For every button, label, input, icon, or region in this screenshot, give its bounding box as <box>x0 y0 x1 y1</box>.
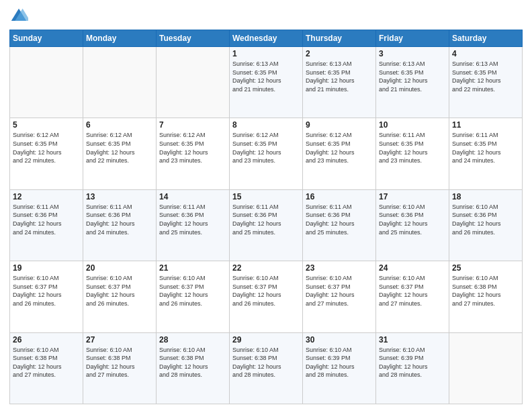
day-info: Sunrise: 6:12 AM Sunset: 6:35 PM Dayligh… <box>159 131 226 165</box>
calendar-cell: 17Sunrise: 6:10 AM Sunset: 6:36 PM Dayli… <box>376 189 449 261</box>
day-number: 29 <box>232 335 300 345</box>
day-info: Sunrise: 6:10 AM Sunset: 6:36 PM Dayligh… <box>379 203 446 236</box>
weekday-header-row: SundayMondayTuesdayWednesdayThursdayFrid… <box>10 30 523 47</box>
day-info: Sunrise: 6:10 AM Sunset: 6:37 PM Dayligh… <box>306 274 373 308</box>
day-number: 3 <box>379 49 446 58</box>
calendar-cell: 11Sunrise: 6:11 AM Sunset: 6:35 PM Dayli… <box>449 118 523 189</box>
calendar-cell: 14Sunrise: 6:11 AM Sunset: 6:36 PM Dayli… <box>157 189 230 261</box>
day-number: 19 <box>13 263 80 273</box>
calendar-cell: 15Sunrise: 6:11 AM Sunset: 6:36 PM Dayli… <box>230 189 303 261</box>
day-number: 30 <box>306 335 373 345</box>
day-info: Sunrise: 6:11 AM Sunset: 6:36 PM Dayligh… <box>13 203 80 236</box>
day-number: 10 <box>379 120 446 130</box>
day-info: Sunrise: 6:12 AM Sunset: 6:35 PM Dayligh… <box>86 131 153 165</box>
day-number: 5 <box>13 120 80 130</box>
logo-icon <box>9 7 28 26</box>
day-number: 9 <box>306 120 373 130</box>
calendar-cell: 29Sunrise: 6:10 AM Sunset: 6:38 PM Dayli… <box>230 332 303 404</box>
day-number: 15 <box>232 192 300 201</box>
calendar-cell: 8Sunrise: 6:12 AM Sunset: 6:35 PM Daylig… <box>230 118 303 189</box>
day-info: Sunrise: 6:11 AM Sunset: 6:36 PM Dayligh… <box>86 203 153 236</box>
calendar-cell: 26Sunrise: 6:10 AM Sunset: 6:38 PM Dayli… <box>10 332 83 404</box>
weekday-header-sunday: Sunday <box>10 30 83 47</box>
calendar-cell: 10Sunrise: 6:11 AM Sunset: 6:35 PM Dayli… <box>376 118 449 189</box>
day-info: Sunrise: 6:10 AM Sunset: 6:39 PM Dayligh… <box>306 346 373 379</box>
day-info: Sunrise: 6:10 AM Sunset: 6:39 PM Dayligh… <box>379 346 446 379</box>
day-info: Sunrise: 6:11 AM Sunset: 6:36 PM Dayligh… <box>306 203 373 236</box>
day-info: Sunrise: 6:10 AM Sunset: 6:38 PM Dayligh… <box>86 346 153 379</box>
calendar-cell: 6Sunrise: 6:12 AM Sunset: 6:35 PM Daylig… <box>83 118 157 189</box>
calendar-cell: 1Sunrise: 6:13 AM Sunset: 6:35 PM Daylig… <box>230 47 303 118</box>
day-number: 17 <box>379 192 446 201</box>
day-info: Sunrise: 6:10 AM Sunset: 6:37 PM Dayligh… <box>379 274 446 308</box>
week-row-1: 1Sunrise: 6:13 AM Sunset: 6:35 PM Daylig… <box>10 47 523 118</box>
day-number: 20 <box>86 263 153 273</box>
page: SundayMondayTuesdayWednesdayThursdayFrid… <box>0 0 532 411</box>
calendar-cell: 28Sunrise: 6:10 AM Sunset: 6:38 PM Dayli… <box>157 332 230 404</box>
day-info: Sunrise: 6:11 AM Sunset: 6:35 PM Dayligh… <box>452 131 519 165</box>
calendar-cell: 25Sunrise: 6:10 AM Sunset: 6:38 PM Dayli… <box>449 261 523 332</box>
weekday-header-friday: Friday <box>376 30 449 47</box>
calendar-cell: 30Sunrise: 6:10 AM Sunset: 6:39 PM Dayli… <box>303 332 376 404</box>
calendar-cell <box>83 47 157 118</box>
day-number: 21 <box>159 263 226 273</box>
calendar-cell: 12Sunrise: 6:11 AM Sunset: 6:36 PM Dayli… <box>10 189 83 261</box>
weekday-header-wednesday: Wednesday <box>230 30 303 47</box>
calendar-table: SundayMondayTuesdayWednesdayThursdayFrid… <box>9 30 523 404</box>
day-number: 8 <box>232 120 300 130</box>
day-number: 7 <box>159 120 226 130</box>
day-info: Sunrise: 6:11 AM Sunset: 6:35 PM Dayligh… <box>379 131 446 165</box>
day-info: Sunrise: 6:10 AM Sunset: 6:37 PM Dayligh… <box>86 274 153 308</box>
calendar-cell: 18Sunrise: 6:10 AM Sunset: 6:36 PM Dayli… <box>449 189 523 261</box>
day-info: Sunrise: 6:12 AM Sunset: 6:35 PM Dayligh… <box>232 131 300 165</box>
day-number: 6 <box>86 120 153 130</box>
calendar-cell: 21Sunrise: 6:10 AM Sunset: 6:37 PM Dayli… <box>157 261 230 332</box>
calendar-cell: 3Sunrise: 6:13 AM Sunset: 6:35 PM Daylig… <box>376 47 449 118</box>
calendar-cell: 20Sunrise: 6:10 AM Sunset: 6:37 PM Dayli… <box>83 261 157 332</box>
day-info: Sunrise: 6:10 AM Sunset: 6:37 PM Dayligh… <box>232 274 300 308</box>
calendar-cell: 13Sunrise: 6:11 AM Sunset: 6:36 PM Dayli… <box>83 189 157 261</box>
week-row-4: 19Sunrise: 6:10 AM Sunset: 6:37 PM Dayli… <box>10 261 523 332</box>
week-row-3: 12Sunrise: 6:11 AM Sunset: 6:36 PM Dayli… <box>10 189 523 261</box>
calendar-cell: 24Sunrise: 6:10 AM Sunset: 6:37 PM Dayli… <box>376 261 449 332</box>
day-number: 11 <box>452 120 519 130</box>
day-info: Sunrise: 6:13 AM Sunset: 6:35 PM Dayligh… <box>232 60 300 93</box>
calendar-cell: 31Sunrise: 6:10 AM Sunset: 6:39 PM Dayli… <box>376 332 449 404</box>
calendar-cell: 7Sunrise: 6:12 AM Sunset: 6:35 PM Daylig… <box>157 118 230 189</box>
day-number: 22 <box>232 263 300 273</box>
day-number: 25 <box>452 263 519 273</box>
calendar-cell <box>449 332 523 404</box>
calendar-cell: 5Sunrise: 6:12 AM Sunset: 6:35 PM Daylig… <box>10 118 83 189</box>
day-info: Sunrise: 6:10 AM Sunset: 6:38 PM Dayligh… <box>232 346 300 379</box>
day-number: 18 <box>452 192 519 201</box>
day-number: 23 <box>306 263 373 273</box>
calendar-cell: 9Sunrise: 6:12 AM Sunset: 6:35 PM Daylig… <box>303 118 376 189</box>
week-row-5: 26Sunrise: 6:10 AM Sunset: 6:38 PM Dayli… <box>10 332 523 404</box>
calendar-cell: 27Sunrise: 6:10 AM Sunset: 6:38 PM Dayli… <box>83 332 157 404</box>
day-info: Sunrise: 6:13 AM Sunset: 6:35 PM Dayligh… <box>452 60 519 93</box>
day-number: 24 <box>379 263 446 273</box>
calendar-cell <box>157 47 230 118</box>
day-info: Sunrise: 6:10 AM Sunset: 6:38 PM Dayligh… <box>159 346 226 379</box>
weekday-header-saturday: Saturday <box>449 30 523 47</box>
day-info: Sunrise: 6:12 AM Sunset: 6:35 PM Dayligh… <box>13 131 80 165</box>
day-info: Sunrise: 6:13 AM Sunset: 6:35 PM Dayligh… <box>379 60 446 93</box>
header <box>9 7 523 26</box>
calendar-cell: 22Sunrise: 6:10 AM Sunset: 6:37 PM Dayli… <box>230 261 303 332</box>
day-number: 4 <box>452 49 519 58</box>
day-info: Sunrise: 6:11 AM Sunset: 6:36 PM Dayligh… <box>159 203 226 236</box>
day-number: 27 <box>86 335 153 345</box>
day-number: 26 <box>13 335 80 345</box>
day-info: Sunrise: 6:11 AM Sunset: 6:36 PM Dayligh… <box>232 203 300 236</box>
day-number: 12 <box>13 192 80 201</box>
logo <box>9 7 31 26</box>
day-info: Sunrise: 6:13 AM Sunset: 6:35 PM Dayligh… <box>306 60 373 93</box>
weekday-header-monday: Monday <box>83 30 157 47</box>
day-number: 14 <box>159 192 226 201</box>
day-number: 31 <box>379 335 446 345</box>
day-number: 13 <box>86 192 153 201</box>
calendar-cell: 2Sunrise: 6:13 AM Sunset: 6:35 PM Daylig… <box>303 47 376 118</box>
day-number: 16 <box>306 192 373 201</box>
calendar-cell: 4Sunrise: 6:13 AM Sunset: 6:35 PM Daylig… <box>449 47 523 118</box>
day-number: 28 <box>159 335 226 345</box>
